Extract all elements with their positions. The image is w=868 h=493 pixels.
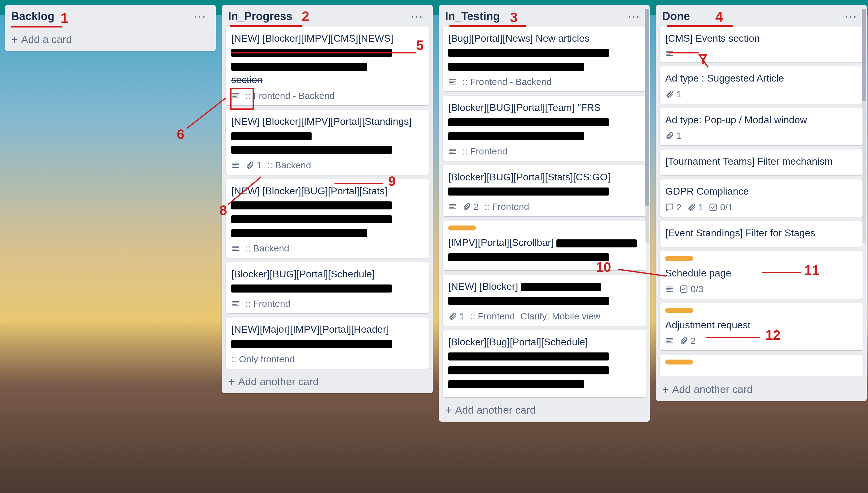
cards-container: [NEW] [Blocker][IMPV][CMS][NEWS]section:… <box>222 26 433 371</box>
attachment-badge: 2 <box>462 201 479 212</box>
card[interactable]: [Tournament Teams] Filter mechanism <box>660 150 863 175</box>
card[interactable]: [Blocker][BUG][Portal][Schedule]:: Front… <box>226 262 429 314</box>
card-title: [Blocker][BUG][Portal][Stats][CS:GO] <box>448 170 640 198</box>
add-card-label: Add a card <box>21 34 72 45</box>
card-title: [Blocker][BUG][Portal][Team] "FRS <box>448 101 640 142</box>
card-badges: 2 <box>665 336 857 346</box>
card-meta: :: Frontend - Backend <box>245 90 335 101</box>
card-badges: 1:: Backend <box>231 160 423 171</box>
checklist-badge: 0/3 <box>679 284 704 294</box>
list-menu-icon[interactable]: ⋯ <box>191 12 210 20</box>
list-in_testing: In_Testing⋯[Bug][Portal][News] New artic… <box>439 5 650 422</box>
card[interactable]: GDPR Compliance210/1 <box>660 179 863 217</box>
card[interactable]: [NEW] [Blocker][IMPV][Portal][Standings]… <box>226 110 429 174</box>
plus-icon: + <box>228 377 235 386</box>
card-badges: 1 <box>665 89 857 100</box>
card-title: [IMPV][Portal][Scrollbar] <box>448 236 640 263</box>
card-badges: :: Only frontend <box>231 354 423 364</box>
comments-badge: 2 <box>665 202 682 213</box>
card[interactable]: [NEW][Major][IMPV][Portal][Header]:: Onl… <box>226 318 429 369</box>
list-menu-icon[interactable]: ⋯ <box>625 12 644 20</box>
card[interactable] <box>660 355 863 377</box>
card[interactable]: Adjustment request2 <box>660 303 863 350</box>
paperclip-icon <box>245 161 254 170</box>
card-title: Schedule page <box>665 266 857 280</box>
add-card-button[interactable]: +Add a card <box>5 29 216 51</box>
scrollbar[interactable] <box>862 9 866 243</box>
card-badges: :: Frontend <box>231 298 423 309</box>
checklist-icon <box>709 203 718 212</box>
description-icon <box>448 202 457 211</box>
card-meta: :: Backend <box>267 160 311 171</box>
card-title: GDPR Compliance <box>665 185 857 198</box>
card-title: Ad type: Pop-up / Modal window <box>665 113 857 127</box>
card[interactable]: [IMPV][Portal][Scrollbar] <box>443 220 646 270</box>
description-icon <box>448 147 457 156</box>
card[interactable]: [Bug][Portal][News] New articles:: Front… <box>443 26 646 91</box>
paperclip-icon <box>462 202 471 211</box>
list-menu-icon[interactable]: ⋯ <box>842 12 861 20</box>
card[interactable]: [NEW] [Blocker][BUG][Portal][Stats]:: Ba… <box>226 179 429 258</box>
attachment-badge: 1 <box>687 202 704 213</box>
card[interactable]: Schedule page0/3 <box>660 251 863 299</box>
card[interactable]: [NEW] [Blocker][IMPV][CMS][NEWS]section:… <box>226 26 429 105</box>
card-title: [Tournament Teams] Filter mechanism <box>665 154 857 168</box>
card[interactable]: [NEW] [Blocker] 1:: FrontendClarify: Mob… <box>443 275 646 326</box>
plus-icon: + <box>662 385 669 394</box>
card-meta-secondary: Clarify: Mobile view <box>520 311 600 322</box>
plus-icon: + <box>445 406 452 414</box>
list-title[interactable]: Done <box>662 10 690 23</box>
paperclip-icon <box>448 312 457 321</box>
scrollbar[interactable] <box>645 9 649 243</box>
paperclip-icon <box>665 90 674 99</box>
add-card-button[interactable]: +Add another card <box>222 371 433 393</box>
card-meta: :: Frontend - Backend <box>462 77 552 87</box>
card-badges: 210/1 <box>665 202 857 213</box>
card[interactable]: [Blocker][BUG][Portal][Stats][CS:GO]2:: … <box>443 165 646 217</box>
card[interactable]: [Blocker][Bug][Portal][Schedule] <box>443 330 646 397</box>
card-meta: :: Frontend <box>484 201 529 212</box>
card-badges: 2:: Frontend <box>448 201 640 212</box>
list-menu-icon[interactable]: ⋯ <box>408 12 427 20</box>
card-title: [Blocker][Bug][Portal][Schedule] <box>448 335 640 390</box>
attachment-badge: 1 <box>665 130 682 141</box>
checklist-icon <box>679 285 688 294</box>
cards-container: [Bug][Portal][News] New articles:: Front… <box>439 26 650 400</box>
description-icon <box>448 78 457 86</box>
card-title: [NEW] [Blocker] <box>448 280 640 307</box>
list-title[interactable]: Backlog <box>11 10 55 23</box>
description-icon <box>231 299 240 308</box>
card[interactable]: [Event Standings] Filter for Stages <box>660 221 863 247</box>
card-meta: :: Only frontend <box>231 354 295 364</box>
card[interactable]: Ad type: Pop-up / Modal window1 <box>660 108 863 146</box>
description-icon <box>665 285 674 294</box>
card-title: [NEW] [Blocker][BUG][Portal][Stats] <box>231 184 423 239</box>
card-meta: :: Frontend <box>245 298 290 309</box>
attachment-badge: 1 <box>245 160 262 171</box>
card-title: [NEW] [Blocker][IMPV][CMS][NEWS]section <box>231 31 423 87</box>
add-card-button[interactable]: +Add another card <box>439 400 650 422</box>
comment-icon <box>665 203 674 212</box>
card-badges <box>665 49 857 58</box>
card-title: [NEW] [Blocker][IMPV][Portal][Standings] <box>231 114 423 156</box>
card-title: [Blocker][BUG][Portal][Schedule] <box>231 267 423 295</box>
add-card-label: Add another card <box>672 383 753 395</box>
card-meta: :: Backend <box>245 243 289 254</box>
description-icon <box>231 244 240 253</box>
card-label <box>665 360 693 364</box>
list-title[interactable]: In_Progress <box>228 10 292 23</box>
add-card-label: Add another card <box>455 404 536 416</box>
card[interactable]: [Blocker][BUG][Portal][Team] "FRS:: Fron… <box>443 96 646 160</box>
list-in_progress: In_Progress⋯[NEW] [Blocker][IMPV][CMS][N… <box>222 5 433 393</box>
card-title: [NEW][Major][IMPV][Portal][Header] <box>231 322 423 350</box>
plus-icon: + <box>11 35 18 44</box>
card[interactable]: Ad type : Suggested Article1 <box>660 66 863 104</box>
card[interactable]: [CMS] Events section <box>660 26 863 62</box>
list-done: Done⋯[CMS] Events sectionAd type : Sugge… <box>656 5 867 401</box>
add-card-button[interactable]: +Add another card <box>656 379 867 401</box>
cards-container: [CMS] Events sectionAd type : Suggested … <box>656 26 867 379</box>
card-title: Ad type : Suggested Article <box>665 71 857 85</box>
paperclip-icon <box>679 336 688 345</box>
list-title[interactable]: In_Testing <box>445 10 500 23</box>
card-title: [CMS] Events section <box>665 31 857 45</box>
